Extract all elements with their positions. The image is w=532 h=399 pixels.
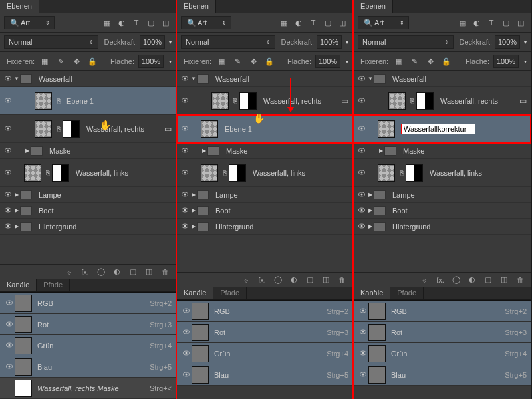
visibility-toggle[interactable] bbox=[358, 328, 368, 337]
layer-group[interactable]: ▶Hintergrund bbox=[354, 219, 531, 235]
disclosure-icon[interactable]: ▶ bbox=[201, 148, 207, 154]
group-icon[interactable]: ▢ bbox=[483, 275, 493, 285]
layer-group[interactable]: ▶Maske bbox=[177, 143, 352, 159]
channel-row[interactable]: BlauStrg+5 bbox=[0, 356, 176, 378]
link-icon[interactable]: ⎘ bbox=[221, 169, 229, 176]
link-icon[interactable]: ⎘ bbox=[398, 169, 406, 176]
layer-item[interactable]: ⎘Wasserfall, rechts▭ bbox=[177, 87, 352, 115]
filter-adjust-icon[interactable]: ◐ bbox=[116, 17, 128, 29]
layer-item[interactable]: ⎘Wasserfall, links bbox=[354, 159, 531, 187]
visibility-toggle[interactable] bbox=[4, 299, 15, 308]
tab-kanale[interactable]: Kanäle bbox=[354, 287, 390, 299]
visibility-toggle[interactable] bbox=[180, 74, 190, 84]
new-layer-icon[interactable]: ◫ bbox=[321, 275, 331, 285]
lock-transparent-icon[interactable]: ▦ bbox=[39, 55, 51, 67]
filter-select[interactable]: 🔍Art⇕ bbox=[181, 16, 231, 29]
group-icon[interactable]: ▢ bbox=[128, 267, 138, 277]
visibility-toggle[interactable] bbox=[3, 146, 13, 156]
link-layers-icon[interactable]: ⟐ bbox=[241, 275, 251, 285]
layer-item[interactable]: ⎘Wasserfall, rechts▭ bbox=[354, 87, 531, 115]
layer-group[interactable]: ▼Wasserfall bbox=[177, 71, 352, 87]
tab-ebenen[interactable]: Ebenen bbox=[354, 0, 393, 13]
visibility-toggle[interactable] bbox=[180, 206, 190, 215]
disclosure-icon[interactable]: ▶ bbox=[367, 207, 374, 213]
layer-item[interactable]: ⎘Wasserfall, links bbox=[177, 159, 352, 187]
channel-row[interactable]: RotStrg+3 bbox=[0, 314, 176, 335]
channel-row[interactable]: RGBStrg+2 bbox=[354, 301, 531, 322]
tab-ebenen[interactable]: Ebenen bbox=[177, 0, 216, 13]
visibility-toggle[interactable] bbox=[4, 320, 15, 329]
lock-pixel-icon[interactable]: ✎ bbox=[408, 55, 420, 67]
visibility-toggle[interactable] bbox=[180, 96, 190, 106]
visibility-toggle[interactable] bbox=[4, 341, 15, 350]
group-icon[interactable]: ▢ bbox=[305, 275, 315, 285]
visibility-toggle[interactable] bbox=[358, 370, 368, 380]
filter-select[interactable]: 🔍Art⇕ bbox=[4, 16, 55, 29]
layer-group[interactable]: ▶Boot bbox=[0, 203, 176, 219]
visibility-toggle[interactable] bbox=[3, 96, 13, 106]
disclosure-icon[interactable]: ▶ bbox=[13, 192, 20, 198]
mask-icon[interactable]: ◯ bbox=[96, 267, 106, 277]
trash-icon[interactable]: 🗑 bbox=[515, 275, 525, 285]
fill-input[interactable]: 100% bbox=[315, 55, 340, 68]
visibility-toggle[interactable] bbox=[358, 307, 368, 316]
visibility-toggle[interactable] bbox=[356, 124, 367, 134]
link-icon[interactable]: ⎘ bbox=[55, 125, 63, 132]
lock-pixel-icon[interactable]: ✎ bbox=[231, 55, 243, 67]
trash-icon[interactable]: 🗑 bbox=[336, 275, 347, 285]
disclosure-icon[interactable]: ▶ bbox=[378, 148, 384, 154]
visibility-toggle[interactable] bbox=[181, 370, 192, 380]
adjustment-icon[interactable]: ◐ bbox=[467, 275, 477, 285]
filter-pixel-icon[interactable]: ▦ bbox=[278, 17, 290, 29]
visibility-toggle[interactable] bbox=[356, 206, 367, 215]
disclosure-icon[interactable]: ▶ bbox=[190, 207, 197, 213]
link-icon[interactable]: ⎘ bbox=[231, 97, 239, 104]
channel-row[interactable]: RotStrg+3 bbox=[354, 322, 531, 343]
filter-shape-icon[interactable]: ▢ bbox=[145, 17, 157, 29]
lock-all-icon[interactable]: 🔒 bbox=[440, 55, 452, 67]
fx-icon[interactable]: fx. bbox=[80, 267, 90, 277]
opacity-input[interactable]: 100% bbox=[317, 35, 342, 49]
lock-position-icon[interactable]: ✥ bbox=[424, 55, 436, 67]
new-layer-icon[interactable]: ◫ bbox=[144, 267, 154, 277]
channel-row[interactable]: RGBStrg+2 bbox=[177, 301, 352, 322]
channel-row[interactable]: BlauStrg+5 bbox=[354, 364, 531, 386]
visibility-toggle[interactable] bbox=[180, 190, 190, 200]
fx-icon[interactable]: fx. bbox=[435, 275, 446, 285]
rename-input[interactable] bbox=[402, 124, 475, 134]
layer-group[interactable]: ▶Maske bbox=[0, 143, 176, 159]
mask-thumbnail[interactable] bbox=[52, 164, 69, 182]
tab-pfade[interactable]: Pfade bbox=[390, 287, 424, 299]
layer-group[interactable]: ▶Hintergrund bbox=[177, 219, 352, 235]
filter-type-icon[interactable]: T bbox=[485, 17, 497, 29]
chevron-down-icon[interactable]: ▾ bbox=[169, 59, 172, 65]
filter-adjust-icon[interactable]: ◐ bbox=[293, 17, 305, 29]
fx-icon[interactable]: fx. bbox=[257, 275, 267, 285]
lock-position-icon[interactable]: ✥ bbox=[247, 55, 259, 67]
visibility-toggle[interactable] bbox=[180, 222, 190, 231]
chevron-down-icon[interactable]: ▾ bbox=[346, 59, 348, 65]
lock-pixel-icon[interactable]: ✎ bbox=[55, 55, 66, 67]
disclosure-icon[interactable]: ▶ bbox=[13, 207, 20, 213]
visibility-toggle[interactable] bbox=[3, 124, 13, 134]
visibility-toggle[interactable] bbox=[181, 349, 192, 358]
visibility-toggle[interactable] bbox=[181, 328, 192, 337]
visibility-toggle[interactable] bbox=[3, 168, 13, 178]
layer-group[interactable]: ▶Lampe bbox=[354, 187, 531, 203]
link-layers-icon[interactable]: ⟐ bbox=[419, 275, 430, 285]
new-layer-icon[interactable]: ◫ bbox=[499, 275, 509, 285]
visibility-toggle[interactable] bbox=[358, 349, 368, 358]
visibility-toggle[interactable] bbox=[356, 190, 367, 200]
filter-pixel-icon[interactable]: ▦ bbox=[456, 17, 468, 29]
visibility-toggle[interactable] bbox=[356, 222, 367, 231]
chevron-down-icon[interactable]: ▾ bbox=[169, 39, 172, 45]
mask-thumbnail[interactable] bbox=[229, 164, 246, 182]
link-icon[interactable]: ⎘ bbox=[408, 97, 416, 104]
tab-kanale[interactable]: Kanäle bbox=[177, 287, 213, 299]
layer-group[interactable]: ▶Lampe bbox=[0, 187, 176, 203]
filter-adjust-icon[interactable]: ◐ bbox=[471, 17, 483, 29]
layer-group[interactable]: ▶Boot bbox=[354, 203, 531, 219]
mask-channel-row[interactable]: Wasserfall, rechts MaskeStrg+< bbox=[0, 378, 176, 399]
visibility-toggle[interactable] bbox=[181, 307, 192, 316]
visibility-toggle[interactable] bbox=[4, 362, 15, 372]
